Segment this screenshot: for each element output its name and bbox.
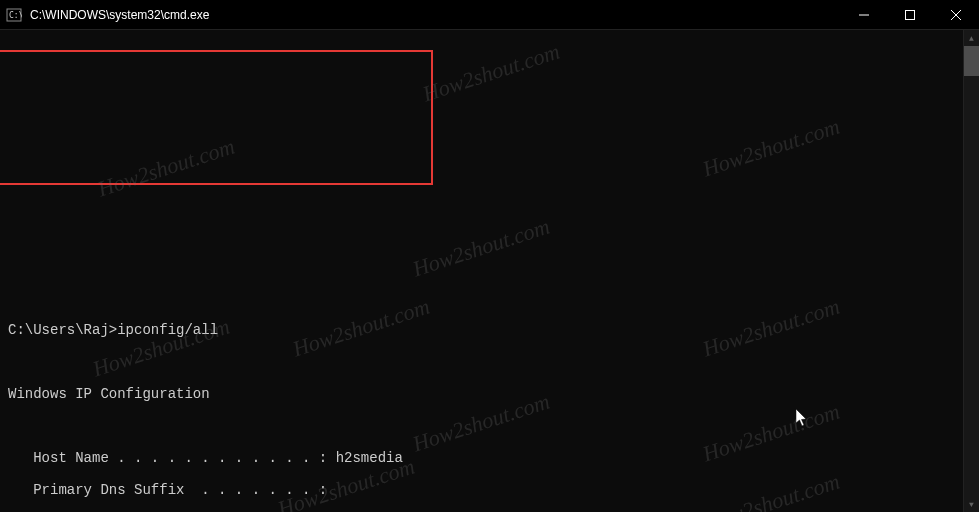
field-value: h2smedia: [336, 450, 403, 466]
minimize-button[interactable]: [841, 0, 887, 29]
blank-line: [8, 418, 955, 434]
field-label: Primary Dns Suffix . . . . . . . :: [8, 482, 327, 498]
watermark: How2shout.com: [701, 118, 841, 177]
titlebar: C:\ C:\WINDOWS\system32\cmd.exe: [0, 0, 979, 30]
output-line: Host Name . . . . . . . . . . . . : h2sm…: [8, 450, 955, 466]
terminal[interactable]: How2shout.com How2shout.com How2shout.co…: [0, 30, 979, 512]
window-title: C:\WINDOWS\system32\cmd.exe: [30, 8, 841, 22]
watermark: How2shout.com: [96, 138, 236, 197]
cmd-icon: C:\: [6, 7, 22, 23]
scrollbar-thumb[interactable]: [964, 46, 979, 76]
maximize-button[interactable]: [887, 0, 933, 29]
blank-line: [8, 354, 955, 370]
watermark: How2shout.com: [421, 43, 561, 102]
watermark: How2shout.com: [411, 218, 551, 277]
window-controls: [841, 0, 979, 29]
terminal-output: How2shout.com How2shout.com How2shout.co…: [0, 30, 963, 512]
output-line: Primary Dns Suffix . . . . . . . :: [8, 482, 955, 498]
scrollbar-up-icon[interactable]: ▲: [964, 30, 979, 46]
close-button[interactable]: [933, 0, 979, 29]
svg-rect-3: [906, 10, 915, 19]
highlight-box: [0, 50, 433, 185]
prompt-line: C:\Users\Raj>ipconfig/all: [8, 322, 955, 338]
scrollbar-down-icon[interactable]: ▼: [964, 496, 979, 512]
svg-text:C:\: C:\: [9, 11, 22, 20]
scrollbar[interactable]: ▲ ▼: [963, 30, 979, 512]
scrollbar-track[interactable]: [964, 46, 979, 496]
section-header: Windows IP Configuration: [8, 386, 955, 402]
field-label: Host Name . . . . . . . . . . . . :: [8, 450, 336, 466]
